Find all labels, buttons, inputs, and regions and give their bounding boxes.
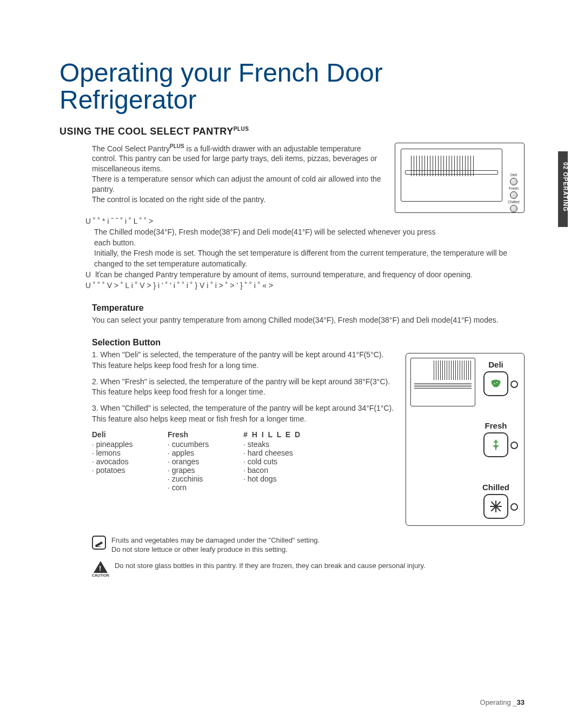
intro-p1a: The Cool Select Pantry bbox=[92, 144, 170, 152]
mini-chilled-button-icon bbox=[510, 205, 517, 212]
foods-fresh-heading: Fresh bbox=[168, 430, 227, 439]
pantry-drawer-outline bbox=[401, 149, 502, 202]
intro-p2: There is a temperature sensor which can … bbox=[92, 174, 387, 195]
footer-label: Operating _ bbox=[480, 698, 517, 706]
foods-chilled-3: · bacon bbox=[243, 466, 303, 475]
mini-fresh-label: Fresh bbox=[507, 186, 521, 190]
note-text: Fruits and vegetables may be damaged und… bbox=[111, 536, 320, 555]
deli-icon bbox=[483, 371, 508, 396]
bullet-2-mark: U bbox=[85, 270, 91, 280]
caution-text: Do not store glass bottles in this pantr… bbox=[115, 561, 426, 571]
mini-deli-button-icon bbox=[510, 178, 517, 185]
side-tab-label: 02 OPERATING bbox=[562, 162, 569, 212]
panel-deli: Deli bbox=[474, 360, 517, 396]
pantry-diagram: Deli Fresh Chilled bbox=[395, 143, 525, 213]
svg-point-1 bbox=[494, 383, 495, 384]
section-heading-text: USING THE COOL SELECT PANTRY bbox=[59, 126, 234, 137]
panel-chilled-indicator-icon bbox=[510, 503, 518, 511]
foods-table: Deli · pineapples · lemons · avocados · … bbox=[92, 430, 395, 492]
intro-p1-sup: PLUS bbox=[170, 143, 184, 149]
foods-fresh-0: · cucumbers bbox=[168, 440, 227, 449]
intro-p3: The control is located on the right side… bbox=[92, 195, 387, 205]
note-line-1: Fruits and vegetables may be damaged und… bbox=[111, 536, 320, 545]
section-heading-sup: PLUS bbox=[234, 126, 249, 132]
foods-deli-heading: Deli bbox=[92, 430, 151, 439]
panel-fresh-label: Fresh bbox=[474, 421, 517, 430]
selection-item-1-text: When "Deli" is selected, the temperature… bbox=[92, 350, 383, 370]
pantry-control-stack: Deli Fresh Chilled bbox=[507, 173, 521, 213]
warning-triangle-icon bbox=[94, 561, 108, 573]
foods-deli-2: · avocados bbox=[92, 457, 151, 466]
foods-chilled-4: · hot dogs bbox=[243, 475, 303, 483]
bullet-list: U ˚ ˚ * i ˆ ˆ ˚ i ˚ L ˚ ˚ > The Chilled … bbox=[85, 216, 525, 291]
caution-icon: CAUTION bbox=[92, 561, 109, 578]
panel-fresh-indicator-icon bbox=[510, 442, 518, 449]
pantry-drawer-handle bbox=[405, 170, 498, 175]
foods-fresh-2: · oranges bbox=[168, 457, 227, 466]
selection-item-2: 2. When "Fresh" is selected, the tempera… bbox=[92, 377, 395, 398]
bullet-1c: Initially, the Fresh mode is set. Though… bbox=[94, 248, 525, 270]
foods-deli-3: · potatoes bbox=[92, 466, 151, 475]
bullet-2: lťcan be changed Pantry temperature by a… bbox=[95, 270, 473, 280]
bullet-1-label: U ˚ ˚ * i ˆ ˆ ˚ i ˚ L ˚ ˚ > bbox=[85, 216, 153, 227]
caution-label: CAUTION bbox=[92, 573, 109, 578]
svg-point-0 bbox=[496, 382, 497, 383]
panel-fresh: Fresh bbox=[474, 421, 517, 457]
foods-chilled-heading: # H I L L E D bbox=[243, 430, 303, 439]
foods-chilled-1: · hard cheeses bbox=[243, 449, 303, 457]
panel-deli-indicator-icon bbox=[510, 380, 518, 388]
intro-text: The Cool Select PantryPLUS is a full-wid… bbox=[92, 143, 387, 213]
note-icon bbox=[92, 536, 106, 550]
selection-item-3-text: When "Chilled" is selected, the temperat… bbox=[92, 404, 394, 423]
foods-fresh-4: · zucchinis bbox=[168, 475, 227, 483]
mini-deli-label: Deli bbox=[507, 173, 521, 177]
foods-fresh-1: · apples bbox=[168, 449, 227, 457]
section-heading: USING THE COOL SELECT PANTRYPLUS bbox=[59, 126, 525, 137]
panel-deli-label: Deli bbox=[474, 360, 517, 369]
fresh-icon bbox=[483, 432, 508, 457]
selection-panel-diagram: Deli Fresh Chilled bbox=[406, 353, 525, 526]
foods-chilled-2: · cold cuts bbox=[243, 457, 303, 466]
selection-item-1: 1. When "Deli" is selected, the temperat… bbox=[92, 350, 395, 371]
bullet-3: U ˚ ˚ ˚ V > ˚ L i ˚ V > } i ' ˚ ' i ˚ ˚ … bbox=[85, 280, 273, 291]
temperature-body: You can select your pantry temperature f… bbox=[92, 315, 525, 326]
selection-panel-drawer bbox=[410, 358, 475, 406]
note-line-2: Do not store lettuce or other leafy prod… bbox=[111, 545, 320, 555]
foods-deli-1: · lemons bbox=[92, 449, 151, 457]
selection-item-2-text: When "Fresh" is selected, the temperatur… bbox=[92, 377, 390, 397]
footer-page: 33 bbox=[517, 698, 525, 706]
page-footer: Operating _33 bbox=[480, 698, 525, 706]
foods-deli-col: Deli · pineapples · lemons · avocados · … bbox=[92, 430, 151, 492]
mini-fresh-button-icon bbox=[510, 191, 517, 199]
selection-heading: Selection Button bbox=[92, 338, 525, 348]
panel-chilled: Chilled bbox=[474, 483, 517, 519]
temperature-heading: Temperature bbox=[92, 303, 525, 313]
chilled-icon bbox=[483, 494, 508, 519]
foods-chilled-col: # H I L L E D · steaks · hard cheeses · … bbox=[243, 430, 303, 492]
bullet-1a: The Chilled mode(34°F), Fresh mode(38°F)… bbox=[94, 227, 525, 238]
foods-fresh-5: · corn bbox=[168, 483, 227, 492]
foods-deli-0: · pineapples bbox=[92, 440, 151, 449]
foods-chilled-0: · steaks bbox=[243, 440, 303, 449]
bullet-1b: each button. bbox=[94, 238, 525, 249]
selection-panel-hatch bbox=[434, 360, 472, 380]
selection-item-3: 3. When "Chilled" is selected, the tempe… bbox=[92, 403, 395, 425]
foods-fresh-col: Fresh · cucumbers · apples · oranges · g… bbox=[168, 430, 227, 492]
selection-panel-shelf bbox=[414, 383, 472, 389]
page-title: Operating your French Door Refrigerator bbox=[59, 59, 525, 114]
mini-chilled-label: Chilled bbox=[507, 200, 521, 204]
panel-chilled-label: Chilled bbox=[474, 483, 517, 492]
foods-fresh-3: · grapes bbox=[168, 466, 227, 475]
